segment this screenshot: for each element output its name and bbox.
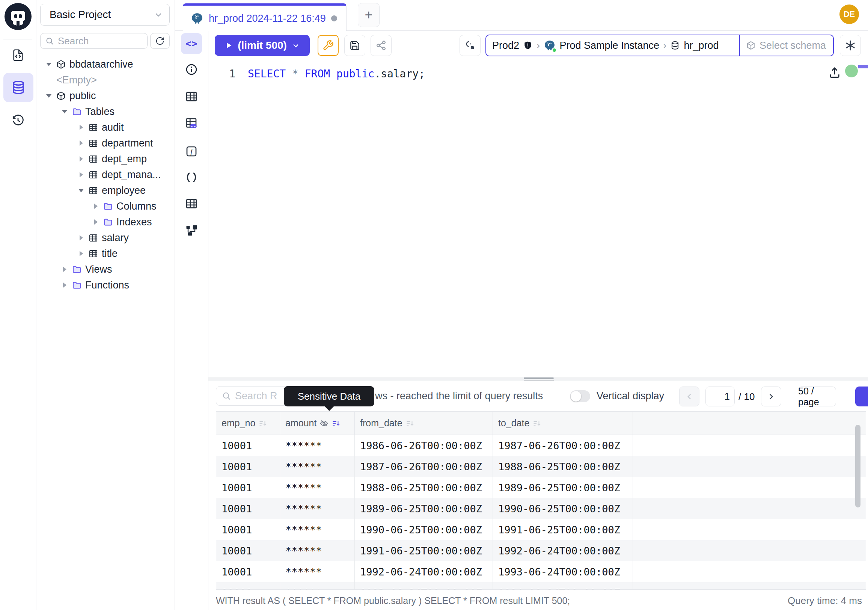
worksheet-nav-icon[interactable] — [11, 48, 25, 62]
table-row[interactable]: 10001******1986-06-26T00:00:00Z1987-06-2… — [216, 435, 866, 456]
table-cell[interactable]: 1989-06-25T00:00:00Z — [493, 477, 633, 498]
table-row[interactable]: 10001******1992-06-24T00:00:00Z1993-06-2… — [216, 561, 866, 582]
tree-caret-icon[interactable] — [61, 281, 68, 289]
prev-page-button[interactable] — [679, 386, 699, 407]
schema-selector[interactable]: Select schema — [739, 35, 833, 56]
database-nav-button-active[interactable] — [3, 73, 33, 102]
table-cell[interactable]: ****** — [280, 498, 355, 519]
tree-item-department[interactable]: department — [36, 135, 175, 151]
table-row[interactable]: 10001******1989-06-25T00:00:00Z1990-06-2… — [216, 498, 866, 519]
tree-item-indexes[interactable]: Indexes — [36, 214, 175, 230]
table-cell[interactable]: 10001 — [216, 519, 280, 540]
table-cell[interactable]: 1993-06-24T00:00:00Z — [355, 582, 493, 590]
tree-item-functions[interactable]: Functions — [36, 277, 175, 293]
table-row[interactable]: 10001******1990-06-25T00:00:00Z1991-06-2… — [216, 519, 866, 540]
history-nav-icon[interactable] — [11, 113, 25, 127]
sidebar-search-input[interactable] — [58, 35, 133, 47]
admin-wrench-button[interactable] — [318, 35, 339, 56]
refresh-button[interactable] — [150, 33, 170, 49]
table-row[interactable]: 10001******1993-06-24T00:00:00Z1994-06-2… — [216, 582, 866, 590]
tree-item-salary[interactable]: salary — [36, 230, 175, 246]
code-panel-toggle-button[interactable]: <> — [181, 33, 202, 54]
table-cell[interactable]: ****** — [280, 477, 355, 498]
table-cell[interactable]: 10001 — [216, 561, 280, 582]
table-cell[interactable]: 1994-06-24T00:00:00Z — [493, 582, 633, 590]
table-cell[interactable]: 1993-06-24T00:00:00Z — [493, 561, 633, 582]
user-avatar[interactable]: DE — [840, 5, 859, 24]
table-cell[interactable]: 1988-06-25T00:00:00Z — [493, 456, 633, 477]
sort-icon[interactable] — [258, 419, 267, 428]
page-number-input[interactable] — [705, 386, 735, 407]
tree-caret-icon[interactable] — [61, 265, 68, 273]
tree-caret-icon[interactable] — [78, 124, 85, 131]
new-tab-button[interactable]: + — [358, 3, 380, 27]
table-cell[interactable]: 10001 — [216, 456, 280, 477]
table-scrollbar-thumb[interactable] — [855, 425, 860, 508]
tree-item-title[interactable]: title — [36, 246, 175, 261]
sort-icon[interactable] — [332, 419, 341, 428]
vertical-display-toggle[interactable] — [570, 390, 590, 402]
table-cell[interactable]: 1988-06-25T00:00:00Z — [355, 477, 493, 498]
tab-hr-prod[interactable]: hr_prod 2024-11-22 16:49 — [183, 3, 347, 31]
tree-item-public[interactable]: public — [36, 88, 175, 104]
sort-icon[interactable] — [532, 419, 541, 428]
tree-caret-icon[interactable] — [45, 61, 53, 68]
table-cell[interactable]: 1992-06-24T00:00:00Z — [355, 561, 493, 582]
tree-caret-icon[interactable] — [78, 187, 85, 194]
masked-data-panel-icon[interactable] — [185, 116, 198, 130]
column-header-to_date[interactable]: to_date — [493, 412, 633, 435]
bytebase-logo-icon[interactable] — [5, 3, 31, 30]
table-cell[interactable]: 1992-06-24T00:00:00Z — [493, 540, 633, 561]
tree-item-bbdataarchive[interactable]: bbdataarchive — [36, 56, 175, 72]
table-cell[interactable]: 10001 — [216, 498, 280, 519]
schema-diagram-icon[interactable] — [185, 224, 198, 237]
tree-caret-icon[interactable] — [61, 108, 68, 115]
export-button[interactable] — [855, 386, 868, 407]
table-cell[interactable]: ****** — [280, 561, 355, 582]
tree-item-dept-emp[interactable]: dept_emp — [36, 151, 175, 167]
tree-caret-icon[interactable] — [45, 92, 53, 99]
table-cell[interactable]: 10001 — [216, 477, 280, 498]
tree-caret-icon[interactable] — [78, 234, 85, 242]
tree-item-tables[interactable]: Tables — [36, 104, 175, 120]
table-row[interactable]: 10001******1991-06-25T00:00:00Z1992-06-2… — [216, 540, 866, 561]
project-selector[interactable]: Basic Project — [40, 4, 170, 26]
tree-caret-icon[interactable] — [78, 139, 85, 147]
table-cell[interactable]: ****** — [280, 456, 355, 477]
sql-editor[interactable]: 1 SELECT * FROM public.salary; — [208, 60, 868, 377]
batch-query-button[interactable] — [460, 35, 480, 56]
next-page-button[interactable] — [761, 386, 781, 407]
run-query-button[interactable]: (limit 500) — [215, 35, 310, 56]
table-cell[interactable]: 1990-06-25T00:00:00Z — [355, 519, 493, 540]
table-cell[interactable]: 1987-06-26T00:00:00Z — [493, 435, 633, 456]
table-cell[interactable]: 1987-06-26T00:00:00Z — [355, 456, 493, 477]
column-header-from_date[interactable]: from_date — [355, 412, 493, 435]
table-cell[interactable]: ****** — [280, 540, 355, 561]
connection-context[interactable]: Prod2 › Prod Sample Instance › hr_prod — [486, 35, 739, 56]
table-cell[interactable]: 10001 — [216, 435, 280, 456]
tree-caret-icon[interactable] — [92, 218, 99, 226]
table-cell[interactable]: 10001 — [216, 582, 280, 590]
tree-caret-icon[interactable] — [92, 202, 99, 210]
column-header-empty[interactable] — [633, 412, 866, 435]
function-panel-icon[interactable]: f — [185, 144, 198, 158]
table-cell[interactable]: ****** — [280, 519, 355, 540]
sheet-panel-icon[interactable] — [185, 197, 198, 210]
editor-scrollbar[interactable] — [858, 60, 868, 377]
tree-caret-icon[interactable] — [78, 250, 85, 257]
table-row[interactable]: 10001******1987-06-26T00:00:00Z1988-06-2… — [216, 456, 866, 477]
tree-caret-icon[interactable] — [78, 171, 85, 178]
eye-off-icon[interactable] — [319, 419, 329, 428]
upload-sql-icon[interactable] — [828, 66, 841, 79]
table-cell[interactable]: 1986-06-26T00:00:00Z — [355, 435, 493, 456]
table-cell[interactable]: ****** — [280, 582, 355, 590]
table-cell[interactable]: 10001 — [216, 540, 280, 561]
tree-item-employee[interactable]: employee — [36, 183, 175, 198]
column-header-emp_no[interactable]: emp_no — [216, 412, 280, 435]
table-row[interactable]: 10001******1988-06-25T00:00:00Z1989-06-2… — [216, 477, 866, 498]
sort-icon[interactable] — [406, 419, 414, 428]
ai-assistant-button[interactable] — [840, 35, 861, 56]
tree-item-empty[interactable]: <Empty> — [36, 72, 175, 88]
page-size-selector[interactable]: 50 / page — [798, 386, 836, 407]
table-cell[interactable]: 1989-06-25T00:00:00Z — [355, 498, 493, 519]
